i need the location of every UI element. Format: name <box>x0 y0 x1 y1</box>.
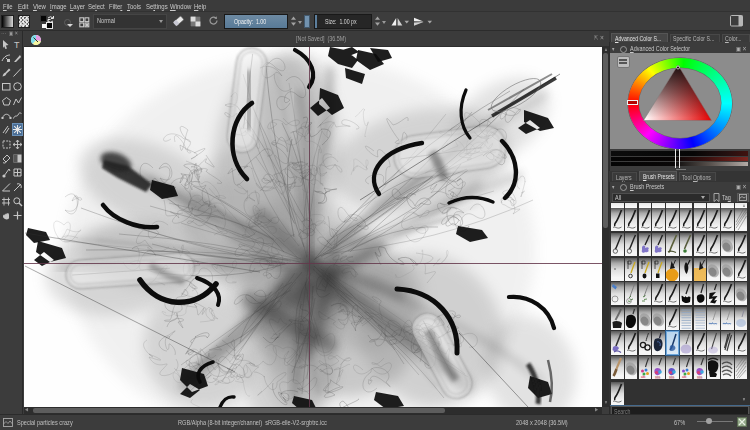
svg-text:T: T <box>14 40 20 50</box>
svg-text:999: 999 <box>697 376 703 380</box>
svg-text:abc: abc <box>682 375 687 379</box>
svg-text:999: 999 <box>669 376 675 380</box>
svg-text:abc: abc <box>641 375 646 379</box>
svg-text:999: 999 <box>655 376 661 380</box>
